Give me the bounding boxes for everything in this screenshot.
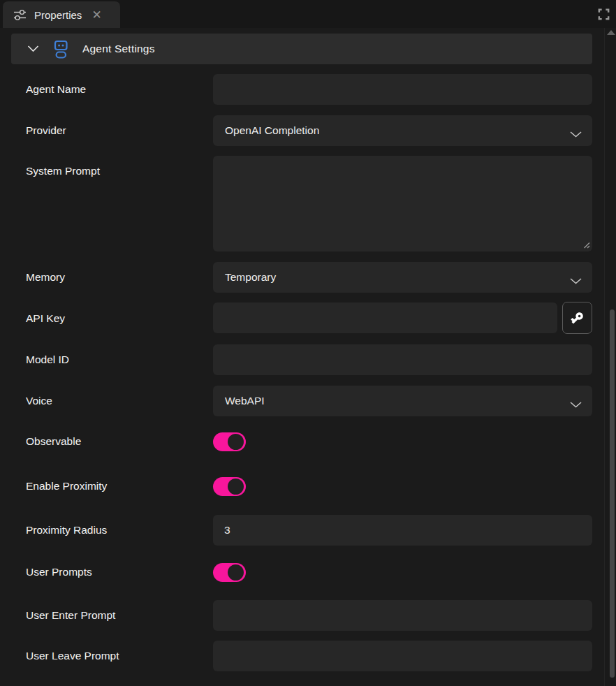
field-label: User Prompts <box>11 557 213 588</box>
voice-select-value: WebAPI <box>225 395 265 407</box>
voice-select[interactable]: WebAPI <box>213 386 592 416</box>
expand-button[interactable] <box>596 6 611 22</box>
field-label: User Enter Prompt <box>11 600 213 631</box>
field-label: Memory <box>11 262 213 293</box>
user-leave-prompt-input[interactable] <box>213 641 592 671</box>
properties-panel: Agent Settings Agent Name Provider OpenA… <box>0 28 616 686</box>
chevron-down-icon <box>27 45 39 52</box>
field-label: Enable Proximity <box>11 471 213 502</box>
field-row-user-leave-prompt: User Leave Prompt <box>11 641 592 671</box>
memory-select-value: Temporary <box>225 271 276 284</box>
tab-properties[interactable]: Properties ✕ <box>3 1 120 28</box>
expand-corners-icon <box>597 8 610 21</box>
field-label: User Leave Prompt <box>11 641 213 671</box>
agent-name-input[interactable] <box>213 74 592 105</box>
arrow-up-icon <box>607 30 615 35</box>
field-row-observable: Observable <box>11 426 592 457</box>
provider-select[interactable]: OpenAI Completion <box>213 115 592 146</box>
field-row-api-key: API Key <box>11 302 592 334</box>
robot-icon <box>52 40 69 59</box>
toggle-knob <box>228 434 244 450</box>
field-row-user-enter-prompt: User Enter Prompt <box>11 600 592 631</box>
sliders-icon <box>13 8 27 22</box>
field-row-proximity-radius: Proximity Radius <box>11 515 592 546</box>
field-label: Model ID <box>11 344 213 375</box>
field-row-model-id: Model ID <box>11 344 592 375</box>
field-label: API Key <box>11 302 213 334</box>
observable-toggle[interactable] <box>213 432 246 451</box>
chevron-down-icon <box>570 398 582 411</box>
resize-handle-icon[interactable] <box>582 240 590 249</box>
model-id-input[interactable] <box>213 344 592 375</box>
field-label: Voice <box>11 386 213 416</box>
user-prompts-toggle[interactable] <box>213 563 246 582</box>
chevron-down-icon <box>570 128 582 140</box>
field-label: Observable <box>11 426 213 457</box>
user-enter-prompt-input[interactable] <box>213 600 592 631</box>
provider-select-value: OpenAI Completion <box>225 124 319 137</box>
key-icon <box>570 311 585 326</box>
system-prompt-textarea[interactable] <box>213 156 592 251</box>
toggle-knob <box>228 479 244 495</box>
scrollbar-thumb[interactable] <box>610 309 615 678</box>
tab-title: Properties <box>34 9 82 21</box>
agent-settings-form: Agent Settings Agent Name Provider OpenA… <box>11 34 592 671</box>
section-title: Agent Settings <box>82 43 155 55</box>
field-label: System Prompt <box>11 156 213 251</box>
section-header-agent-settings[interactable]: Agent Settings <box>11 34 592 64</box>
proximity-radius-input[interactable] <box>213 515 592 546</box>
field-label: Provider <box>11 115 213 146</box>
chevron-down-icon <box>570 275 582 287</box>
field-row-memory: Memory Temporary <box>11 262 592 293</box>
field-label: Proximity Radius <box>11 515 213 546</box>
close-icon[interactable]: ✕ <box>91 9 101 21</box>
field-row-provider: Provider OpenAI Completion <box>11 115 592 146</box>
toggle-knob <box>228 564 244 581</box>
enable-proximity-toggle[interactable] <box>213 477 246 496</box>
tab-bar: Properties ✕ <box>0 0 616 28</box>
scrollbar[interactable] <box>604 28 616 686</box>
field-row-user-prompts: User Prompts <box>11 557 592 588</box>
memory-select[interactable]: Temporary <box>213 262 592 293</box>
scroll-up-button[interactable] <box>605 28 616 38</box>
field-row-voice: Voice WebAPI <box>11 386 592 416</box>
field-row-system-prompt: System Prompt <box>11 156 592 251</box>
field-row-enable-proximity: Enable Proximity <box>11 471 592 502</box>
api-key-reveal-button[interactable] <box>562 302 592 334</box>
field-row-agent-name: Agent Name <box>11 74 592 105</box>
api-key-input[interactable] <box>213 302 557 333</box>
field-label: Agent Name <box>11 74 213 105</box>
